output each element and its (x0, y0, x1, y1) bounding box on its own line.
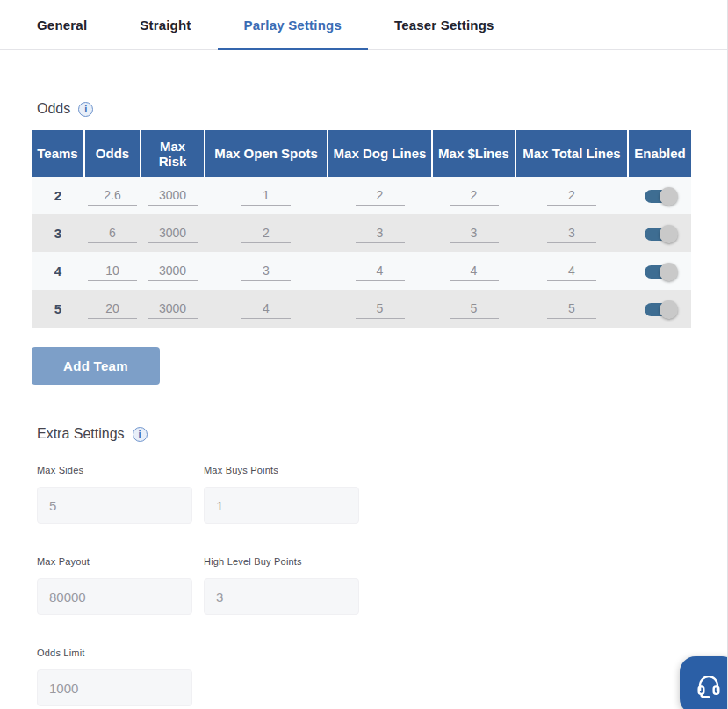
field-max-sides: Max Sides (37, 465, 192, 524)
extra-settings-title: Extra Settings (37, 426, 125, 442)
odds-table-header-row: Teams Odds Max Risk Max Open Spots Max D… (32, 130, 691, 177)
max-dog-lines-input[interactable] (356, 300, 405, 319)
enabled-toggle[interactable] (645, 190, 675, 203)
toggle-knob (660, 300, 678, 319)
max-dollar-lines-input[interactable] (450, 300, 499, 319)
max-open-spots-input[interactable] (241, 300, 291, 319)
max-dollar-lines-input[interactable] (450, 224, 499, 243)
odds-input[interactable] (88, 186, 137, 206)
column-header-odds: Odds (84, 130, 141, 177)
max-dog-lines-input[interactable] (356, 186, 405, 206)
teams-count: 4 (32, 252, 84, 290)
teams-count: 2 (32, 177, 84, 214)
toggle-knob (660, 225, 678, 243)
settings-tab-bar: General Straight Parlay Settings Teaser … (0, 0, 727, 50)
toggle-knob (660, 263, 678, 281)
max-total-lines-input[interactable] (547, 300, 596, 319)
field-label: High Level Buy Points (204, 556, 359, 567)
table-row: 2 (32, 177, 691, 214)
field-odds-limit: Odds Limit (37, 648, 192, 706)
enabled-toggle[interactable] (645, 303, 675, 316)
headset-icon (694, 670, 724, 700)
max-risk-input[interactable] (148, 186, 198, 206)
info-icon[interactable]: i (133, 427, 148, 442)
column-header-max-total-lines: Max Total Lines (515, 130, 628, 177)
max-risk-input[interactable] (148, 224, 198, 243)
max-dollar-lines-input[interactable] (450, 186, 499, 206)
max-total-lines-input[interactable] (547, 262, 596, 281)
max-dollar-lines-input[interactable] (450, 262, 499, 281)
table-row: 4 (32, 252, 691, 290)
field-label: Max Buys Points (204, 465, 359, 475)
max-total-lines-input[interactable] (547, 186, 596, 206)
table-row: 3 (32, 214, 691, 252)
tab-teaser-settings[interactable]: Teaser Settings (368, 0, 521, 49)
max-open-spots-input[interactable] (241, 186, 291, 206)
enabled-toggle[interactable] (645, 228, 675, 241)
odds-limit-input[interactable] (37, 669, 192, 706)
max-dog-lines-input[interactable] (356, 224, 405, 243)
column-header-teams: Teams (32, 130, 84, 177)
enabled-toggle[interactable] (645, 265, 675, 279)
field-max-buys-points: Max Buys Points (204, 465, 359, 524)
odds-input[interactable] (88, 300, 137, 319)
parlay-settings-content: Odds i Teams Odds Max Risk Max Open Spot… (0, 101, 727, 706)
max-dog-lines-input[interactable] (356, 262, 405, 281)
odds-input[interactable] (88, 224, 137, 243)
column-header-max-open-spots: Max Open Spots (205, 130, 328, 177)
column-header-enabled: Enabled (628, 130, 691, 177)
field-high-level-buy-points: High Level Buy Points (204, 556, 359, 615)
max-buys-points-input[interactable] (204, 487, 359, 524)
column-header-max-risk: Max Risk (141, 130, 205, 177)
odds-section-title: Odds (37, 101, 70, 117)
odds-input[interactable] (88, 262, 137, 281)
field-label: Odds Limit (37, 648, 192, 658)
max-sides-input[interactable] (37, 487, 192, 524)
column-header-max-dollar-lines: Max $Lines (432, 130, 515, 177)
tab-parlay-settings[interactable]: Parlay Settings (218, 0, 368, 49)
field-max-payout: Max Payout (37, 556, 192, 615)
chat-support-button[interactable] (680, 656, 728, 709)
max-open-spots-input[interactable] (241, 262, 291, 281)
toggle-knob (660, 187, 678, 206)
field-label: Max Payout (37, 556, 192, 567)
column-header-max-dog-lines: Max Dog Lines (328, 130, 432, 177)
high-level-buy-points-input[interactable] (204, 578, 359, 615)
teams-count: 3 (32, 214, 84, 252)
tab-general[interactable]: General (11, 0, 113, 49)
teams-count: 5 (32, 290, 84, 328)
max-total-lines-input[interactable] (547, 224, 596, 243)
odds-section-heading: Odds i (37, 101, 690, 117)
max-open-spots-input[interactable] (241, 224, 291, 243)
table-row: 5 (32, 290, 691, 328)
max-payout-input[interactable] (37, 578, 192, 615)
field-label: Max Sides (37, 465, 192, 475)
max-risk-input[interactable] (148, 300, 198, 319)
add-team-button[interactable]: Add Team (32, 347, 160, 385)
max-risk-input[interactable] (148, 262, 198, 281)
info-icon[interactable]: i (78, 102, 93, 117)
extra-settings-heading: Extra Settings i (37, 426, 690, 442)
tab-straight[interactable]: Straight (113, 0, 217, 49)
extra-settings-form: Max Sides Max Buys Points Max Payout Hig… (37, 465, 690, 706)
parlay-settings-page: General Straight Parlay Settings Teaser … (0, 0, 728, 709)
odds-table: Teams Odds Max Risk Max Open Spots Max D… (32, 130, 691, 328)
